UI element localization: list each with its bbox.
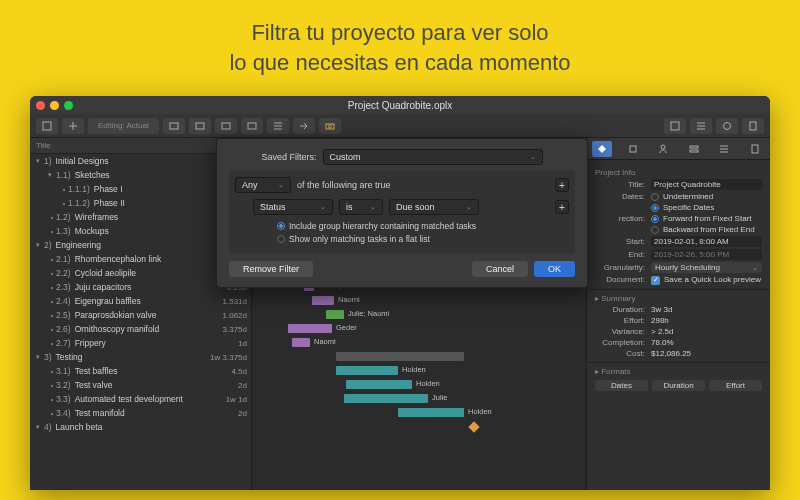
outline-number: 3.4) bbox=[56, 408, 71, 418]
outline-label: Wireframes bbox=[75, 212, 118, 222]
gantt-group-bar[interactable] bbox=[336, 352, 464, 361]
field-label: Completion: bbox=[595, 338, 645, 347]
rule-value-dropdown[interactable]: Due soon⌄ bbox=[389, 199, 479, 215]
saved-filters-dropdown[interactable]: Custom⌄ bbox=[323, 149, 543, 165]
app-window: Project Quadrobite.oplx Editing: Actual … bbox=[30, 96, 770, 490]
format-effort-button[interactable]: Effort bbox=[709, 380, 762, 391]
gantt-bar[interactable] bbox=[398, 408, 464, 417]
gantt-bar[interactable] bbox=[288, 324, 332, 333]
inspector-tab-styles[interactable] bbox=[684, 141, 704, 157]
outline-row[interactable]: •3.2)Test valve2d bbox=[30, 378, 251, 392]
outline-number: 2.3) bbox=[56, 282, 71, 292]
gantt-assignee: Holden bbox=[416, 379, 440, 388]
outline-row[interactable]: •3.3)Automated test development1w 1d bbox=[30, 392, 251, 406]
outline-row[interactable]: •2.4)Eigengrau baffles1.531d bbox=[30, 294, 251, 308]
disclosure-triangle-icon[interactable]: ▾ bbox=[36, 157, 44, 165]
toolbar-button-3[interactable] bbox=[215, 118, 237, 134]
disclosure-triangle-icon[interactable]: ▾ bbox=[36, 353, 44, 361]
outline-row[interactable]: •2.6)Ornithoscopy manifold3.375d bbox=[30, 322, 251, 336]
format-duration-button[interactable]: Duration bbox=[652, 380, 705, 391]
outline-label: Test valve bbox=[75, 380, 113, 390]
svg-rect-0 bbox=[43, 122, 51, 130]
radio-include-hierarchy[interactable] bbox=[277, 222, 285, 230]
summary-variance: > 2.5d bbox=[651, 327, 762, 336]
radio-label: Include group hierarchy containing match… bbox=[289, 221, 476, 231]
outline-number: 1) bbox=[44, 156, 52, 166]
radio-forward[interactable] bbox=[651, 215, 659, 223]
window-titlebar: Project Quadrobite.oplx bbox=[30, 96, 770, 114]
inspector-button-3[interactable] bbox=[716, 118, 738, 134]
editing-mode-button[interactable]: Editing: Actual bbox=[88, 118, 159, 134]
summary-effort: 298h bbox=[651, 316, 762, 325]
radio-flat-list[interactable] bbox=[277, 235, 285, 243]
outline-label: Test baffles bbox=[75, 366, 118, 376]
milestone-diamond[interactable] bbox=[468, 421, 479, 432]
cancel-button[interactable]: Cancel bbox=[472, 261, 528, 277]
start-date-field[interactable]: 2019-02-01, 8:00 AM bbox=[651, 236, 762, 247]
quicklook-checkbox[interactable]: ✓ bbox=[651, 276, 660, 285]
gantt-bar[interactable] bbox=[312, 296, 334, 305]
outline-number: 1.1) bbox=[56, 170, 71, 180]
inspector-tab-resources[interactable] bbox=[653, 141, 673, 157]
bullet-icon: • bbox=[48, 410, 56, 417]
bullet-icon: • bbox=[48, 396, 56, 403]
remove-filter-button[interactable]: Remove Filter bbox=[229, 261, 313, 277]
outline-row[interactable]: •3.1)Test baffles4.5d bbox=[30, 364, 251, 378]
add-condition-button[interactable]: + bbox=[555, 200, 569, 214]
gantt-bar[interactable] bbox=[344, 394, 428, 403]
end-date-field[interactable]: 2019-02-26, 5:00 PM bbox=[651, 249, 762, 260]
disclosure-triangle-icon[interactable]: ▾ bbox=[36, 423, 44, 431]
inspector-button-4[interactable] bbox=[742, 118, 764, 134]
inspector-tab-custom[interactable] bbox=[714, 141, 734, 157]
disclosure-triangle-icon[interactable]: ▾ bbox=[48, 171, 56, 179]
camera-button[interactable] bbox=[319, 118, 341, 134]
inspector-tab-milestones[interactable] bbox=[623, 141, 643, 157]
bullet-icon: • bbox=[48, 326, 56, 333]
gantt-assignee: Geder bbox=[336, 323, 357, 332]
toolbar-button-1[interactable] bbox=[163, 118, 185, 134]
rule-field-dropdown[interactable]: Status⌄ bbox=[253, 199, 333, 215]
granularity-dropdown[interactable]: Hourly Scheduling⌄ bbox=[651, 262, 762, 273]
ok-button[interactable]: OK bbox=[534, 261, 575, 277]
add-task-button[interactable] bbox=[62, 118, 84, 134]
field-label: Title: bbox=[595, 180, 645, 189]
inspector-tab-info[interactable] bbox=[592, 141, 612, 157]
outline-row[interactable]: •2.5)Paraprosdokian valve1.062d bbox=[30, 308, 251, 322]
gantt-bar[interactable] bbox=[346, 380, 412, 389]
radio-backward[interactable] bbox=[651, 226, 659, 234]
outline-row[interactable]: •3.4)Test manifold2d bbox=[30, 406, 251, 420]
toolbar-button-5[interactable] bbox=[267, 118, 289, 134]
field-label: Granularity: bbox=[595, 263, 645, 272]
outline-row[interactable]: •2.7)Frippery1d bbox=[30, 336, 251, 350]
gantt-bar[interactable] bbox=[326, 310, 344, 319]
match-tail-label: of the following are true bbox=[297, 180, 391, 190]
project-title-field[interactable]: Project Quadrobite bbox=[651, 179, 762, 190]
toolbar-button-2[interactable] bbox=[189, 118, 211, 134]
radio-specific[interactable] bbox=[651, 204, 659, 212]
gantt-bar[interactable] bbox=[292, 338, 310, 347]
catch-up-button[interactable] bbox=[293, 118, 315, 134]
gantt-bar[interactable] bbox=[336, 366, 398, 375]
outline-row[interactable]: ▾3)Testing1w 3.375d bbox=[30, 350, 251, 364]
match-mode-dropdown[interactable]: Any⌄ bbox=[235, 177, 291, 193]
format-dates-button[interactable]: Dates bbox=[595, 380, 648, 391]
window-title: Project Quadrobite.oplx bbox=[30, 100, 770, 111]
outline-number: 3.3) bbox=[56, 394, 71, 404]
disclosure-triangle-icon[interactable]: ▾ bbox=[36, 241, 44, 249]
svg-point-11 bbox=[661, 145, 665, 149]
inspector-button-1[interactable] bbox=[664, 118, 686, 134]
toolbar-button-4[interactable] bbox=[241, 118, 263, 134]
add-rule-button[interactable]: + bbox=[555, 178, 569, 192]
inspector-section-header: Project Info bbox=[595, 168, 762, 177]
outline-row[interactable]: ▾4)Launch beta bbox=[30, 420, 251, 434]
inspector-tabs bbox=[587, 138, 770, 160]
bullet-icon: • bbox=[48, 214, 56, 221]
field-label: Effort: bbox=[595, 316, 645, 325]
inspector-tab-attachments[interactable] bbox=[745, 141, 765, 157]
view-mode-button[interactable] bbox=[36, 118, 58, 134]
inspector-button-2[interactable] bbox=[690, 118, 712, 134]
svg-point-6 bbox=[328, 125, 331, 128]
outline-number: 1.1.1) bbox=[68, 184, 90, 194]
rule-op-dropdown[interactable]: is⌄ bbox=[339, 199, 383, 215]
radio-undetermined[interactable] bbox=[651, 193, 659, 201]
